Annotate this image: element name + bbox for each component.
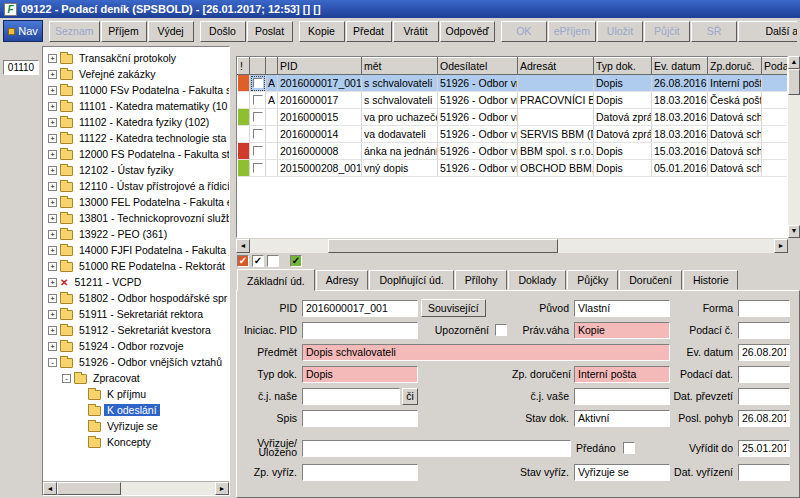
tree-hscroll-thumb[interactable] (57, 482, 121, 495)
tree-item-label[interactable]: 13922 - PEO (361) (76, 228, 170, 240)
souvisejici-button[interactable]: Související (421, 299, 486, 317)
expand-icon[interactable]: + (48, 294, 57, 303)
prav-vaha-field[interactable] (574, 322, 670, 339)
podaci-dat-field[interactable] (738, 366, 790, 383)
cj-vase-field[interactable] (574, 388, 670, 405)
doslo-button[interactable]: Došlo (200, 21, 246, 42)
table-vscroll-thumb[interactable] (788, 69, 800, 95)
spis-field[interactable] (302, 410, 418, 427)
predano-checkbox[interactable] (623, 442, 635, 454)
expand-icon[interactable]: + (48, 310, 57, 319)
expand-icon[interactable]: + (48, 230, 57, 239)
tree-hscroll-track[interactable] (121, 482, 215, 495)
tab-doruceni[interactable]: Doručení (619, 270, 682, 290)
tree-item-label[interactable]: Zpracovat (90, 372, 143, 384)
scroll-right-icon[interactable]: ► (215, 482, 229, 495)
expand-icon[interactable]: + (48, 342, 57, 351)
expand-icon[interactable]: + (48, 134, 57, 143)
prijem-button[interactable]: Příjem (101, 21, 147, 42)
expand-icon[interactable]: + (48, 118, 57, 127)
tree-item-label[interactable]: 13801 - Technickoprovozní služb (76, 212, 229, 224)
nav-tab[interactable]: Nav (3, 20, 43, 42)
tab-adresy[interactable]: Adresy (316, 270, 369, 290)
tree-item-label[interactable]: 11101 - Katedra matematiky (10 (76, 100, 229, 112)
tree-item-label[interactable]: 12000 FS Podatelna - Fakulta str (76, 148, 229, 160)
iniciac-pid-field[interactable] (302, 322, 418, 339)
tab-pujcky[interactable]: Půjčky (567, 270, 618, 290)
expand-icon[interactable]: + (48, 262, 57, 271)
tree-item-label[interactable]: Transakční protokoly (76, 52, 179, 64)
table-hscrollbar[interactable]: ◄ ► (236, 239, 788, 253)
vyridit-do-field[interactable] (738, 440, 790, 457)
seznam-button[interactable]: Seznam (49, 21, 100, 42)
row-filter-checkbox[interactable] (267, 255, 279, 267)
expand-icon[interactable]: + (48, 54, 57, 63)
expand-icon[interactable]: + (48, 86, 57, 95)
dalsi-akce-button[interactable]: Další akce (738, 21, 797, 42)
vratit-button[interactable]: Vrátit (393, 21, 439, 42)
tree-item-label[interactable]: 12110 - Ústav přístrojové a řídicí (76, 180, 229, 192)
expand-icon[interactable]: + (48, 150, 57, 159)
scroll-down-icon[interactable]: ▼ (788, 225, 800, 238)
table-row[interactable]: 2016000008ánka na jednání51926 - Odbor v… (238, 143, 789, 160)
tab-doklady[interactable]: Doklady (508, 270, 566, 290)
odpoved-button[interactable]: Odpověď (440, 21, 495, 42)
table-row[interactable]: 2016000015va pro uchazeče51926 - Odbor v… (238, 109, 789, 126)
sr-button[interactable]: SŘ (691, 21, 737, 42)
table-row[interactable]: 2016000014va dodavateli51926 - Odbor vně… (238, 126, 789, 143)
expand-icon[interactable]: + (48, 166, 57, 175)
poslat-button[interactable]: Poslat (247, 21, 293, 42)
table-vscroll-track[interactable] (788, 95, 800, 225)
row-filter-checkbox[interactable]: ✓ (290, 255, 302, 267)
table-row[interactable]: A2016000017_001s schvalovateli51926 - Od… (238, 75, 789, 92)
ok-button[interactable]: OK (501, 21, 547, 42)
table-hscroll-thumb[interactable] (328, 239, 558, 253)
row-filter-checkbox[interactable]: ✓ (237, 255, 249, 267)
forma-field[interactable] (738, 300, 790, 317)
expand-icon[interactable]: + (48, 70, 57, 79)
tab-historie[interactable]: Historie (683, 270, 739, 290)
tree-item-label[interactable]: 51926 - Odbor vnějších vztahů (76, 356, 225, 368)
puvod-field[interactable] (574, 300, 670, 317)
pid-field[interactable] (302, 300, 418, 317)
table-vscrollbar[interactable]: ▲ ▼ (788, 56, 800, 238)
tree-item-label[interactable]: Vyřizuje se (104, 420, 161, 432)
tree-item-label[interactable]: K odeslání (104, 404, 160, 416)
collapse-icon[interactable]: - (48, 358, 57, 367)
tree-item-label[interactable]: 14000 FJFI Podatelna - Fakulta ja (76, 244, 229, 256)
row-checkbox[interactable] (253, 95, 263, 105)
scroll-left-icon[interactable]: ◄ (236, 239, 250, 253)
tree-item-label[interactable]: 12102 - Ústav fyziky (76, 164, 177, 176)
zp-vyriz-field[interactable] (302, 464, 418, 481)
table-hscroll-track[interactable] (558, 239, 774, 253)
tab-prilohy[interactable]: Přílohy (455, 270, 508, 290)
kopie-button[interactable]: Kopie (299, 21, 345, 42)
expand-icon[interactable]: + (48, 326, 57, 335)
predat-button[interactable]: Předat (346, 21, 392, 42)
table-row[interactable]: A2016000017s schvalovateli51926 - Odbor … (238, 92, 789, 109)
scroll-left-icon[interactable]: ◄ (43, 482, 57, 495)
tree-item-label[interactable]: 51911 - Sekretariát rektora (76, 308, 206, 320)
row-checkbox[interactable] (253, 112, 263, 122)
typ-dok-field[interactable] (302, 366, 418, 383)
zp-doruceni-field[interactable] (574, 366, 670, 383)
tree-item-label[interactable]: 11102 - Katedra fyziky (102) (76, 116, 212, 128)
vydej-button[interactable]: Výdej (148, 21, 194, 42)
expand-icon[interactable]: + (48, 246, 57, 255)
vyrizuje-field[interactable] (302, 440, 571, 457)
dat-prevzeti-field[interactable] (738, 388, 790, 405)
table-hscroll-gap[interactable] (250, 239, 328, 253)
cj-lookup-button[interactable]: či (402, 388, 418, 405)
expand-icon[interactable]: + (48, 278, 57, 287)
tree-item-label[interactable]: 11122 - Katedra technologie sta (76, 132, 229, 144)
tree-item-label[interactable]: K příjmu (104, 388, 149, 400)
tree-item-label[interactable]: 51211 - VCPD (71, 276, 144, 288)
tree-item-label[interactable]: Veřejné zakázky (76, 68, 158, 80)
dat-vyrizeni-field[interactable] (738, 464, 790, 481)
ev-datum-field[interactable] (738, 344, 790, 361)
expand-icon[interactable]: + (48, 182, 57, 191)
expand-icon[interactable]: + (48, 198, 57, 207)
podaci-c-field[interactable] (738, 322, 790, 339)
row-checkbox[interactable] (253, 146, 263, 156)
stav-vyriz-field[interactable] (574, 464, 670, 481)
